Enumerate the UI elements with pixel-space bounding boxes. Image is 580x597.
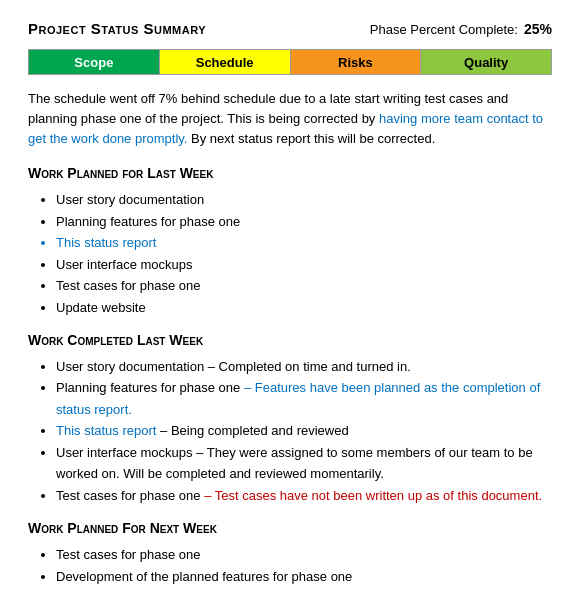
page-title: Project Status Summary: [28, 20, 206, 37]
completed-list: User story documentation – Completed on …: [28, 356, 552, 506]
status-cell-risks: Risks: [291, 50, 422, 74]
list-item: This status report – Being completed and…: [56, 420, 552, 441]
phase-label: Phase Percent Complete:: [370, 22, 518, 37]
list-item: Test cases for phase one: [56, 544, 552, 565]
list-item: Planning features for phase one: [56, 211, 552, 232]
list-item: This status report: [56, 232, 552, 253]
list-item: User interface mockups: [56, 254, 552, 275]
list-item: User story documentation: [56, 189, 552, 210]
status-cell-schedule: Schedule: [160, 50, 291, 74]
section-planned-next-heading: Work Planned For Next Week: [28, 520, 552, 536]
status-cell-quality: Quality: [421, 50, 551, 74]
list-item: Update website: [56, 297, 552, 318]
list-item: Test cases for phase one – Test cases ha…: [56, 485, 552, 506]
status-cell-scope: Scope: [29, 50, 160, 74]
list-item: User story documentation – Completed on …: [56, 356, 552, 377]
status-bar: ScopeScheduleRisksQuality: [28, 49, 552, 75]
section-planned-last-heading: Work Planned for Last Week: [28, 165, 552, 181]
planned-next-list: Test cases for phase oneDevelopment of t…: [28, 544, 552, 587]
list-item: Development of the planned features for …: [56, 566, 552, 587]
intro-text: The schedule went off 7% behind schedule…: [28, 89, 552, 149]
header: Project Status Summary Phase Percent Com…: [28, 20, 552, 37]
phase-complete: Phase Percent Complete: 25%: [370, 21, 552, 37]
list-item: Test cases for phase one: [56, 275, 552, 296]
list-item: User interface mockups – They were assig…: [56, 442, 552, 485]
list-item: Planning features for phase one – Featur…: [56, 377, 552, 420]
planned-last-list: User story documentationPlanning feature…: [28, 189, 552, 318]
section-completed-heading: Work Completed Last Week: [28, 332, 552, 348]
phase-value: 25%: [524, 21, 552, 37]
